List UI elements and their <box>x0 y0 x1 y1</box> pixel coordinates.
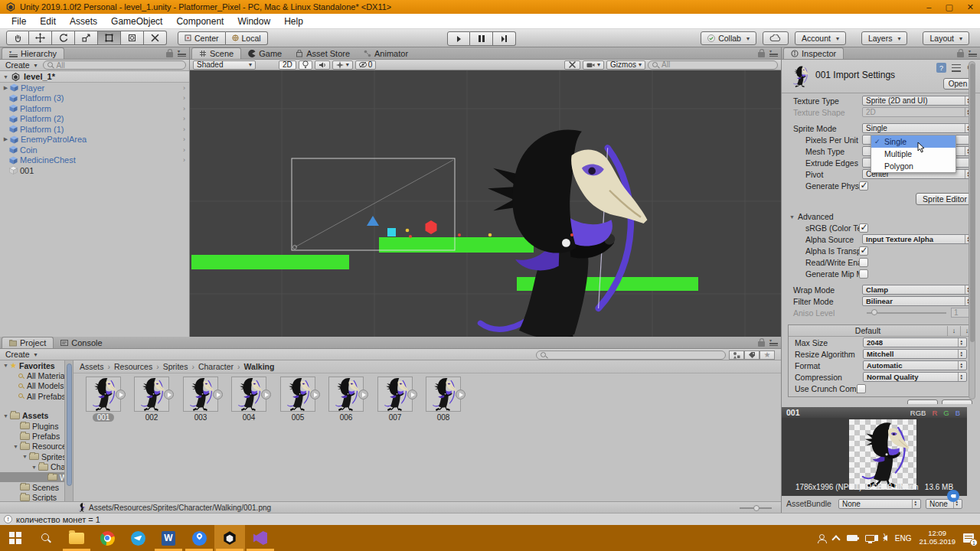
expand-arrow-icon[interactable] <box>30 465 38 470</box>
move-tool-button[interactable] <box>29 31 52 45</box>
taskbar-maps-button[interactable] <box>184 525 214 551</box>
hierarchy-item-medicinechest[interactable]: MedicineChest <box>0 155 189 166</box>
lock-icon[interactable] <box>758 52 765 57</box>
sprite-mode-option-single[interactable]: Single <box>871 135 956 148</box>
hierarchy-search-input[interactable]: All <box>43 60 186 70</box>
hand-tool-button[interactable] <box>6 31 29 45</box>
slider-knob[interactable] <box>753 505 760 511</box>
asset-001[interactable]: 001 <box>80 377 126 422</box>
coin-gizmo-square[interactable] <box>387 228 396 236</box>
search-by-label-button[interactable] <box>744 350 760 360</box>
read-write-checkbox[interactable] <box>859 258 868 267</box>
taskbar-vs-button[interactable] <box>245 525 276 551</box>
hierarchy-item-platform[interactable]: Platform <box>0 103 189 114</box>
scene-menu-icon[interactable] <box>178 50 186 57</box>
asset-003[interactable]: 003 <box>178 377 224 422</box>
minimize-button[interactable]: – <box>926 2 931 12</box>
tab-game[interactable]: Game <box>241 47 289 59</box>
alpha-transparency-checkbox[interactable] <box>859 246 868 256</box>
scrollbar-thumb[interactable] <box>970 64 975 342</box>
tab-scene[interactable]: Scene <box>191 47 241 59</box>
play-badge-icon[interactable] <box>456 390 466 399</box>
start-button[interactable] <box>0 525 31 551</box>
menu-gameobject[interactable]: GameObject <box>104 15 169 28</box>
tree-scenes[interactable]: Scenes <box>0 482 64 492</box>
asset-008[interactable]: 008 <box>420 377 466 422</box>
channel-b-button[interactable]: B <box>953 409 962 417</box>
collab-button[interactable]: Collab <box>701 31 756 45</box>
channel-g-button[interactable]: G <box>941 409 951 417</box>
platform-sprite[interactable] <box>191 255 349 269</box>
filter-mode-dropdown[interactable]: Bilinear <box>862 296 974 306</box>
inspector-scrollbar[interactable] <box>969 61 975 399</box>
channel-rgb-button[interactable]: RGB <box>908 409 929 417</box>
menu-file[interactable]: File <box>5 15 33 28</box>
tab-inspector[interactable]: Inspector <box>783 47 844 59</box>
srgb-checkbox[interactable] <box>859 223 868 233</box>
presets-icon[interactable] <box>952 64 961 72</box>
player-character-sprite[interactable] <box>480 130 647 337</box>
menu-help[interactable]: Help <box>277 15 310 28</box>
taskbar-word-button[interactable]: W <box>153 525 184 551</box>
hierarchy-item-001[interactable]: 001 <box>0 165 189 176</box>
tree-all-models[interactable]: All Models <box>0 381 64 391</box>
asset-007[interactable]: 007 <box>372 377 418 422</box>
layout-dropdown[interactable]: Layout <box>923 31 969 45</box>
panel-menu-icon[interactable] <box>769 50 778 57</box>
audio-toggle-button[interactable] <box>315 60 330 70</box>
tree-all-prefabs[interactable]: All Prefabs <box>0 391 64 401</box>
rotate-tool-button[interactable] <box>52 31 75 45</box>
tree-walking-selected[interactable]: Walking <box>0 472 64 482</box>
tab-asset-store[interactable]: Asset Store <box>289 47 357 59</box>
people-tray-icon[interactable] <box>818 534 825 543</box>
compression-dropdown[interactable]: Normal Quality <box>863 372 967 382</box>
advanced-foldout[interactable]: Advanced <box>782 211 980 222</box>
play-badge-icon[interactable] <box>261 390 271 399</box>
tree-prefabs[interactable]: Prefabs <box>0 431 64 441</box>
asset-004[interactable]: 004 <box>226 377 272 422</box>
play-badge-icon[interactable] <box>358 390 368 399</box>
channel-r-button[interactable]: R <box>929 409 939 417</box>
pause-button[interactable] <box>470 31 493 46</box>
expand-arrow-icon[interactable] <box>2 136 10 142</box>
rect-tool-button[interactable] <box>98 31 121 45</box>
generate-physics-checkbox[interactable] <box>859 181 868 191</box>
project-create-button[interactable]: Create <box>3 350 40 359</box>
hierarchy-item-enemypatrolarea[interactable]: EnemyPatrolArea <box>0 135 189 145</box>
space-mode-button[interactable]: Local <box>226 31 268 45</box>
taskbar-search-button[interactable] <box>31 525 61 551</box>
play-badge-icon[interactable] <box>213 390 223 399</box>
tree-favorites[interactable]: ★ Favorites <box>0 360 64 370</box>
expand-arrow-icon[interactable] <box>2 413 10 419</box>
taskbar-chrome-button[interactable] <box>92 525 122 551</box>
hierarchy-item-coin[interactable]: Coin <box>0 145 189 155</box>
apply-button[interactable] <box>942 399 972 404</box>
sprite-mode-option-polygon[interactable]: Polygon <box>871 160 956 172</box>
mip-maps-checkbox[interactable] <box>859 269 868 279</box>
play-badge-icon[interactable] <box>116 390 126 399</box>
maximize-button[interactable]: ▢ <box>945 2 952 12</box>
play-button[interactable] <box>447 31 470 46</box>
play-badge-icon[interactable] <box>407 390 417 399</box>
layers-dropdown[interactable]: Layers <box>861 31 908 45</box>
menu-edit[interactable]: Edit <box>33 15 63 28</box>
pivot-mode-button[interactable]: Center <box>178 31 226 45</box>
breadcrumb-resources[interactable]: Resources <box>114 362 163 371</box>
lock-icon[interactable] <box>758 341 765 347</box>
expand-arrow-icon[interactable] <box>21 454 29 459</box>
revert-button[interactable] <box>907 399 938 404</box>
scene-search-input[interactable]: All <box>648 60 778 70</box>
asset-006[interactable]: 006 <box>323 377 369 422</box>
gizmos-dropdown[interactable]: Gizmos <box>606 60 645 70</box>
tree-plugins[interactable]: Plugins <box>0 421 64 431</box>
platform-override-icon[interactable]: ↓ <box>947 326 960 336</box>
expand-arrow-icon[interactable] <box>2 363 10 368</box>
project-search-input[interactable] <box>536 350 726 360</box>
hierarchy-item-platform1[interactable]: Platform (1) <box>0 124 189 135</box>
panel-menu-icon[interactable] <box>969 50 977 57</box>
wrap-mode-dropdown[interactable]: Clamp <box>862 285 974 295</box>
menu-assets[interactable]: Assets <box>63 15 104 28</box>
play-badge-icon[interactable] <box>310 390 320 399</box>
sprite-mode-option-multiple[interactable]: Multiple <box>871 148 956 160</box>
network-icon[interactable] <box>865 535 875 542</box>
